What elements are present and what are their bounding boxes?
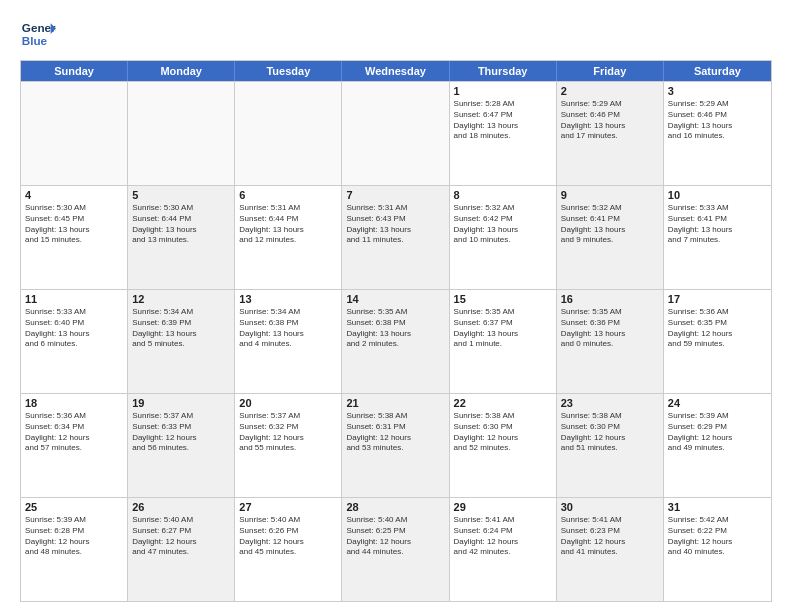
day-number: 23: [561, 397, 659, 409]
day-cell-18: 18Sunrise: 5:36 AM Sunset: 6:34 PM Dayli…: [21, 394, 128, 497]
day-info: Sunrise: 5:40 AM Sunset: 6:26 PM Dayligh…: [239, 515, 337, 558]
day-cell-6: 6Sunrise: 5:31 AM Sunset: 6:44 PM Daylig…: [235, 186, 342, 289]
day-cell-2: 2Sunrise: 5:29 AM Sunset: 6:46 PM Daylig…: [557, 82, 664, 185]
day-cell-20: 20Sunrise: 5:37 AM Sunset: 6:32 PM Dayli…: [235, 394, 342, 497]
day-info: Sunrise: 5:30 AM Sunset: 6:44 PM Dayligh…: [132, 203, 230, 246]
day-number: 21: [346, 397, 444, 409]
day-info: Sunrise: 5:30 AM Sunset: 6:45 PM Dayligh…: [25, 203, 123, 246]
week-row-2: 4Sunrise: 5:30 AM Sunset: 6:45 PM Daylig…: [21, 185, 771, 289]
calendar: SundayMondayTuesdayWednesdayThursdayFrid…: [20, 60, 772, 602]
day-number: 27: [239, 501, 337, 513]
day-number: 24: [668, 397, 767, 409]
day-info: Sunrise: 5:40 AM Sunset: 6:27 PM Dayligh…: [132, 515, 230, 558]
day-info: Sunrise: 5:37 AM Sunset: 6:32 PM Dayligh…: [239, 411, 337, 454]
day-cell-31: 31Sunrise: 5:42 AM Sunset: 6:22 PM Dayli…: [664, 498, 771, 601]
day-cell-28: 28Sunrise: 5:40 AM Sunset: 6:25 PM Dayli…: [342, 498, 449, 601]
day-cell-22: 22Sunrise: 5:38 AM Sunset: 6:30 PM Dayli…: [450, 394, 557, 497]
day-number: 6: [239, 189, 337, 201]
day-info: Sunrise: 5:38 AM Sunset: 6:30 PM Dayligh…: [561, 411, 659, 454]
day-number: 30: [561, 501, 659, 513]
day-number: 10: [668, 189, 767, 201]
header-day-monday: Monday: [128, 61, 235, 81]
day-cell-17: 17Sunrise: 5:36 AM Sunset: 6:35 PM Dayli…: [664, 290, 771, 393]
day-cell-1: 1Sunrise: 5:28 AM Sunset: 6:47 PM Daylig…: [450, 82, 557, 185]
header-day-saturday: Saturday: [664, 61, 771, 81]
day-info: Sunrise: 5:32 AM Sunset: 6:41 PM Dayligh…: [561, 203, 659, 246]
week-row-3: 11Sunrise: 5:33 AM Sunset: 6:40 PM Dayli…: [21, 289, 771, 393]
header-day-sunday: Sunday: [21, 61, 128, 81]
day-cell-8: 8Sunrise: 5:32 AM Sunset: 6:42 PM Daylig…: [450, 186, 557, 289]
logo: General Blue: [20, 16, 60, 52]
day-info: Sunrise: 5:33 AM Sunset: 6:41 PM Dayligh…: [668, 203, 767, 246]
day-info: Sunrise: 5:34 AM Sunset: 6:38 PM Dayligh…: [239, 307, 337, 350]
day-number: 18: [25, 397, 123, 409]
calendar-header: SundayMondayTuesdayWednesdayThursdayFrid…: [21, 61, 771, 81]
day-cell-12: 12Sunrise: 5:34 AM Sunset: 6:39 PM Dayli…: [128, 290, 235, 393]
day-cell-9: 9Sunrise: 5:32 AM Sunset: 6:41 PM Daylig…: [557, 186, 664, 289]
day-info: Sunrise: 5:29 AM Sunset: 6:46 PM Dayligh…: [561, 99, 659, 142]
day-info: Sunrise: 5:35 AM Sunset: 6:37 PM Dayligh…: [454, 307, 552, 350]
day-info: Sunrise: 5:36 AM Sunset: 6:35 PM Dayligh…: [668, 307, 767, 350]
day-cell-15: 15Sunrise: 5:35 AM Sunset: 6:37 PM Dayli…: [450, 290, 557, 393]
day-number: 25: [25, 501, 123, 513]
day-info: Sunrise: 5:32 AM Sunset: 6:42 PM Dayligh…: [454, 203, 552, 246]
day-info: Sunrise: 5:31 AM Sunset: 6:43 PM Dayligh…: [346, 203, 444, 246]
day-number: 31: [668, 501, 767, 513]
day-number: 5: [132, 189, 230, 201]
day-info: Sunrise: 5:35 AM Sunset: 6:36 PM Dayligh…: [561, 307, 659, 350]
day-info: Sunrise: 5:34 AM Sunset: 6:39 PM Dayligh…: [132, 307, 230, 350]
day-info: Sunrise: 5:31 AM Sunset: 6:44 PM Dayligh…: [239, 203, 337, 246]
day-cell-30: 30Sunrise: 5:41 AM Sunset: 6:23 PM Dayli…: [557, 498, 664, 601]
day-number: 11: [25, 293, 123, 305]
day-number: 28: [346, 501, 444, 513]
day-cell-16: 16Sunrise: 5:35 AM Sunset: 6:36 PM Dayli…: [557, 290, 664, 393]
day-info: Sunrise: 5:39 AM Sunset: 6:28 PM Dayligh…: [25, 515, 123, 558]
day-number: 1: [454, 85, 552, 97]
header-day-thursday: Thursday: [450, 61, 557, 81]
day-info: Sunrise: 5:36 AM Sunset: 6:34 PM Dayligh…: [25, 411, 123, 454]
day-info: Sunrise: 5:35 AM Sunset: 6:38 PM Dayligh…: [346, 307, 444, 350]
header-day-friday: Friday: [557, 61, 664, 81]
day-cell-23: 23Sunrise: 5:38 AM Sunset: 6:30 PM Dayli…: [557, 394, 664, 497]
day-info: Sunrise: 5:40 AM Sunset: 6:25 PM Dayligh…: [346, 515, 444, 558]
day-cell-25: 25Sunrise: 5:39 AM Sunset: 6:28 PM Dayli…: [21, 498, 128, 601]
day-cell-5: 5Sunrise: 5:30 AM Sunset: 6:44 PM Daylig…: [128, 186, 235, 289]
day-cell-19: 19Sunrise: 5:37 AM Sunset: 6:33 PM Dayli…: [128, 394, 235, 497]
day-info: Sunrise: 5:41 AM Sunset: 6:23 PM Dayligh…: [561, 515, 659, 558]
day-number: 14: [346, 293, 444, 305]
empty-cell: [21, 82, 128, 185]
day-info: Sunrise: 5:38 AM Sunset: 6:31 PM Dayligh…: [346, 411, 444, 454]
day-cell-27: 27Sunrise: 5:40 AM Sunset: 6:26 PM Dayli…: [235, 498, 342, 601]
page: General Blue SundayMondayTuesdayWednesda…: [0, 0, 792, 612]
day-info: Sunrise: 5:42 AM Sunset: 6:22 PM Dayligh…: [668, 515, 767, 558]
day-cell-13: 13Sunrise: 5:34 AM Sunset: 6:38 PM Dayli…: [235, 290, 342, 393]
header-day-tuesday: Tuesday: [235, 61, 342, 81]
day-number: 4: [25, 189, 123, 201]
empty-cell: [128, 82, 235, 185]
day-info: Sunrise: 5:39 AM Sunset: 6:29 PM Dayligh…: [668, 411, 767, 454]
day-cell-11: 11Sunrise: 5:33 AM Sunset: 6:40 PM Dayli…: [21, 290, 128, 393]
day-number: 8: [454, 189, 552, 201]
day-number: 12: [132, 293, 230, 305]
day-cell-26: 26Sunrise: 5:40 AM Sunset: 6:27 PM Dayli…: [128, 498, 235, 601]
empty-cell: [235, 82, 342, 185]
day-cell-3: 3Sunrise: 5:29 AM Sunset: 6:46 PM Daylig…: [664, 82, 771, 185]
day-cell-7: 7Sunrise: 5:31 AM Sunset: 6:43 PM Daylig…: [342, 186, 449, 289]
day-cell-10: 10Sunrise: 5:33 AM Sunset: 6:41 PM Dayli…: [664, 186, 771, 289]
day-info: Sunrise: 5:41 AM Sunset: 6:24 PM Dayligh…: [454, 515, 552, 558]
day-number: 13: [239, 293, 337, 305]
day-info: Sunrise: 5:28 AM Sunset: 6:47 PM Dayligh…: [454, 99, 552, 142]
header-day-wednesday: Wednesday: [342, 61, 449, 81]
day-info: Sunrise: 5:33 AM Sunset: 6:40 PM Dayligh…: [25, 307, 123, 350]
day-info: Sunrise: 5:37 AM Sunset: 6:33 PM Dayligh…: [132, 411, 230, 454]
day-number: 26: [132, 501, 230, 513]
week-row-1: 1Sunrise: 5:28 AM Sunset: 6:47 PM Daylig…: [21, 81, 771, 185]
day-number: 17: [668, 293, 767, 305]
day-cell-14: 14Sunrise: 5:35 AM Sunset: 6:38 PM Dayli…: [342, 290, 449, 393]
day-number: 3: [668, 85, 767, 97]
day-number: 16: [561, 293, 659, 305]
day-number: 20: [239, 397, 337, 409]
day-number: 15: [454, 293, 552, 305]
logo-icon: General Blue: [20, 16, 56, 52]
day-cell-29: 29Sunrise: 5:41 AM Sunset: 6:24 PM Dayli…: [450, 498, 557, 601]
